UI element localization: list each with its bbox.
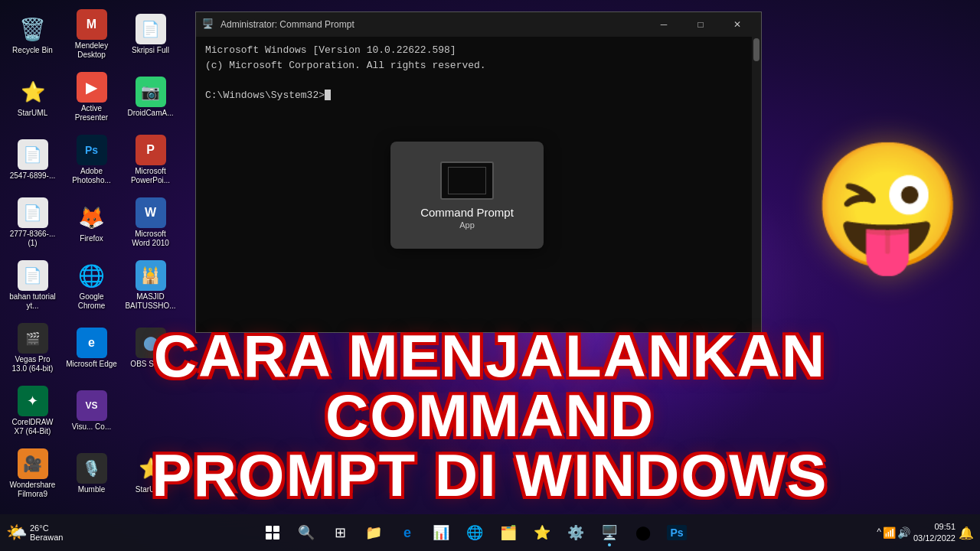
icon-recycle-bin[interactable]: 🗑️ Recycle Bin xyxy=(4,4,61,65)
icon-word[interactable]: W Microsoft Word 2010 xyxy=(122,192,179,253)
icon-bahan[interactable]: 📄 bahan tutorial yt... xyxy=(4,255,61,316)
cmd-scrollbar-thumb[interactable] xyxy=(753,38,760,61)
task-view-icon: ⊞ xyxy=(335,524,346,541)
notification-icon[interactable]: 🔔 xyxy=(959,526,974,540)
cmd-cursor xyxy=(325,90,331,100)
title-overlay: CARA MENJALANKAN COMMAND PROMPT DI WINDO… xyxy=(0,326,980,505)
cmd-titlebar-icon: 🖥️ xyxy=(202,18,214,31)
icon-chrome[interactable]: 🌐 Google Chrome xyxy=(63,255,120,316)
weather-desc: Berawan xyxy=(30,533,63,542)
taskbar-bookmark-icon: ⭐ xyxy=(534,524,550,541)
taskbar-files-icon: 🗂️ xyxy=(500,524,517,541)
search-icon: 🔍 xyxy=(298,524,315,541)
weather-temp: 26°C xyxy=(30,523,63,533)
icon-active-presenter[interactable]: ▶ Active Presenter xyxy=(63,67,120,128)
icon-powerpoint[interactable]: P Microsoft PowerPoi... xyxy=(122,129,179,191)
icon-droidcam[interactable]: 📷 DroidCamA... xyxy=(122,67,179,128)
cmd-prompt-line: C:\Windows\System32> xyxy=(205,88,752,103)
taskbar-excel-icon: 📊 xyxy=(433,524,449,541)
icon-masjid[interactable]: 🕌 MASJID BAITUSSHO... xyxy=(122,255,179,316)
file-explorer-icon: 📁 xyxy=(365,524,382,541)
cmd-line1: Microsoft Windows [Version 10.0.22622.59… xyxy=(205,43,752,58)
taskbar-left: 🌤️ 26°C Berawan xyxy=(6,523,129,543)
start-button[interactable] xyxy=(257,517,288,548)
windows-logo xyxy=(266,526,279,540)
taskbar-bookmark-button[interactable]: ⭐ xyxy=(527,517,557,548)
cmd-titlebar[interactable]: 🖥️ Administrator: Command Prompt ─ □ ✕ xyxy=(196,12,761,37)
taskbar-center: 🔍 ⊞ 📁 e 📊 🌐 🗂️ ⭐ ⚙️ xyxy=(129,517,821,548)
app-preview-popup: Command Prompt App xyxy=(390,142,544,249)
task-view-button[interactable]: ⊞ xyxy=(325,517,355,548)
icon-staruml-1[interactable]: ⭐ StarUML xyxy=(4,67,61,128)
tray-network-icon[interactable]: 📶 xyxy=(883,527,896,539)
taskbar-excel-button[interactable]: 📊 xyxy=(426,517,456,548)
taskbar-circle-button[interactable]: ⬤ xyxy=(628,517,658,548)
clock-time: 09:51 xyxy=(913,521,956,533)
taskbar-ps-icon: Ps xyxy=(667,525,686,540)
clock-date: 03/12/2022 xyxy=(913,533,956,544)
title-line2: PROMPT DI WINDOWS xyxy=(8,445,972,505)
taskbar-ps-button[interactable]: Ps xyxy=(662,517,692,548)
search-button[interactable]: 🔍 xyxy=(291,517,322,548)
taskbar-edge-button[interactable]: e xyxy=(392,517,423,548)
weather-icon: 🌤️ xyxy=(6,523,27,543)
emoji-mascot: 😜 xyxy=(804,99,972,314)
taskbar-files-button[interactable]: 🗂️ xyxy=(493,517,524,548)
title-line1: CARA MENJALANKAN COMMAND xyxy=(8,326,972,445)
app-preview-name: Command Prompt xyxy=(420,206,514,219)
taskbar-terminal-icon: 🖥️ xyxy=(601,524,618,541)
maximize-button[interactable]: □ xyxy=(683,12,718,37)
icon-photoshop[interactable]: Ps Adobe Photosho... xyxy=(63,129,120,191)
file-explorer-button[interactable]: 📁 xyxy=(358,517,389,548)
taskbar-settings-icon: ⚙️ xyxy=(567,524,584,541)
taskbar-edge-icon: e xyxy=(403,525,411,541)
taskbar-chrome-button[interactable]: 🌐 xyxy=(459,517,490,548)
cmd-titlebar-title: Administrator: Command Prompt xyxy=(220,19,640,30)
taskbar-terminal-button[interactable]: 🖥️ xyxy=(594,517,625,548)
icon-mendeley[interactable]: M Mendeley Desktop xyxy=(63,4,120,65)
tray-volume-icon[interactable]: 🔊 xyxy=(897,527,910,539)
taskbar-settings-button[interactable]: ⚙️ xyxy=(560,517,591,548)
minimize-button[interactable]: ─ xyxy=(646,12,681,37)
cmd-scrollbar[interactable] xyxy=(752,37,761,332)
taskbar: 🌤️ 26°C Berawan 🔍 ⊞ 📁 e 📊 xyxy=(0,514,980,551)
cmd-line2: (c) Microsoft Corporation. All rights re… xyxy=(205,58,752,73)
tray-icons: ^ 📶 🔊 xyxy=(877,527,910,539)
icon-doc-2547[interactable]: 📄 2547-6899-... xyxy=(4,129,61,191)
taskbar-chrome-icon: 🌐 xyxy=(466,524,483,541)
taskbar-right: ^ 📶 🔊 09:51 03/12/2022 🔔 xyxy=(821,521,974,545)
close-button[interactable]: ✕ xyxy=(720,12,755,37)
app-preview-type: App xyxy=(459,220,475,230)
icon-doc-2777[interactable]: 📄 2777-8366-... (1) xyxy=(4,192,61,253)
icon-firefox[interactable]: 🦊 Firefox xyxy=(63,192,120,253)
window-controls: ─ □ ✕ xyxy=(646,12,755,37)
icon-skripsi[interactable]: 📄 Skripsi Full xyxy=(122,4,179,65)
system-clock[interactable]: 09:51 03/12/2022 xyxy=(913,521,956,545)
taskbar-circle-icon: ⬤ xyxy=(635,524,651,541)
app-preview-icon xyxy=(440,161,494,200)
tray-expand-icon[interactable]: ^ xyxy=(877,527,881,539)
weather-info: 26°C Berawan xyxy=(30,523,63,542)
